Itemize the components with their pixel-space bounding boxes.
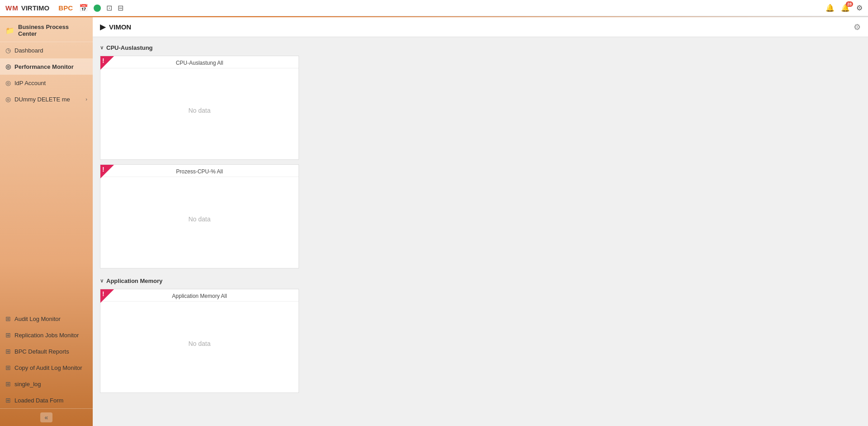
status-dot [94, 5, 101, 12]
grid-icon: ⊞ [5, 348, 11, 355]
page-title: ▶ VIMON [100, 23, 131, 31]
alert-exclaim-icon: ! [102, 291, 104, 297]
content-scroll: ∨ CPU-Auslastung ! CPU-Auslastung All No… [93, 37, 868, 426]
content-header: ▶ VIMON ⚙ [93, 17, 868, 37]
top-icons: 📅 ⊡ ⊟ [79, 4, 123, 12]
grid-icon: ⊞ [5, 380, 11, 388]
chart-card-prozess-cpu-all: ! Prozess-CPU-% All No data [100, 164, 299, 268]
topbar: WMVIRTIMO BPC 📅 ⊡ ⊟ 🔔 🔔 28 ⚙ [0, 0, 868, 16]
settings-icon[interactable]: ⚙ [856, 4, 863, 12]
sidebar-item-performance-monitor[interactable]: ◎ Performance Monitor [0, 58, 93, 75]
sidebar-item-loaded-data-form[interactable]: ⊞ Loaded Data Form [0, 392, 93, 408]
no-data-text: No data [188, 215, 210, 223]
sidebar-item-label: BPC Default Reports [14, 348, 69, 355]
sidebar-item-replication-jobs-monitor[interactable]: ⊞ Replication Jobs Monitor [0, 327, 93, 343]
section-cpu-auslastung: ∨ CPU-Auslastung ! CPU-Auslastung All No… [100, 44, 861, 268]
grid-icon: ⊞ [5, 315, 11, 322]
sidebar-item-audit-log-monitor[interactable]: ⊞ Audit Log Monitor [0, 311, 93, 327]
collapse-button[interactable]: « [40, 412, 53, 422]
sidebar-item-label: DUmmy DELETE me [14, 96, 70, 103]
content-area: ▶ VIMON ⚙ ∨ CPU-Auslastung ! CPU-Auslast… [93, 17, 868, 426]
sidebar-item-idp-account[interactable]: ◎ IdP Account [0, 75, 93, 91]
performance-icon: ◎ [5, 63, 11, 70]
card-body-cpu-all: No data [100, 68, 299, 152]
card-title-prozess-cpu: Prozess-CPU-% All [100, 165, 299, 177]
sidebar-spacer [0, 107, 93, 311]
dummy-icon: ◎ [5, 96, 11, 103]
card-title-app-memory-all: Application Memory All [100, 289, 299, 302]
grid-icon: ⊞ [5, 364, 11, 371]
sidebar-item-bpc-default-reports[interactable]: ⊞ BPC Default Reports [0, 343, 93, 359]
sidebar-header: 📁 Business Process Center [0, 17, 93, 42]
sidebar-header-label: Business Process Center [18, 24, 87, 37]
dashboard-icon: ◷ [5, 47, 11, 54]
logo-wm: WM [5, 4, 19, 12]
sidebar-item-label: IdP Account [14, 80, 46, 86]
chevron-right-icon: › [85, 96, 87, 102]
sidebar: 📁 Business Process Center ◷ Dashboard ◎ … [0, 17, 93, 426]
sidebar-item-copy-audit-log-monitor[interactable]: ⊞ Copy of Audit Log Monitor [0, 359, 93, 376]
bell-icon[interactable]: 🔔 [825, 4, 835, 12]
sidebar-item-dummy-delete[interactable]: ◎ DUmmy DELETE me › [0, 91, 93, 107]
sidebar-item-label: Copy of Audit Log Monitor [14, 364, 82, 371]
section-chevron-icon: ∨ [100, 278, 104, 284]
sidebar-item-label: Loaded Data Form [14, 397, 63, 404]
sidebar-item-label: single_log [14, 381, 41, 388]
grid-icon: ⊞ [5, 331, 11, 339]
section-title-app-memory: Application Memory [106, 278, 162, 284]
sidebar-item-single-log[interactable]: ⊞ single_log [0, 376, 93, 392]
page-title-text: VIMON [109, 23, 131, 31]
alert-exclaim-icon: ! [102, 166, 104, 172]
section-title-cpu: CPU-Auslastung [106, 44, 153, 51]
no-data-text: No data [188, 340, 210, 347]
main-layout: 📁 Business Process Center ◷ Dashboard ◎ … [0, 17, 868, 426]
export2-icon[interactable]: ⊟ [118, 4, 123, 12]
logo: WMVIRTIMO BPC [5, 4, 73, 12]
section-app-memory: ∨ Application Memory ! Application Memor… [100, 278, 861, 393]
logo-virtimo: VIRTIMO [21, 4, 50, 12]
chart-card-app-memory-all: ! Application Memory All No data [100, 289, 299, 393]
chart-card-cpu-all: ! CPU-Auslastung All No data [100, 56, 299, 160]
calendar-icon[interactable]: 📅 [79, 4, 88, 12]
notification-badge[interactable]: 🔔 28 [841, 4, 850, 12]
grid-icon: ⊞ [5, 397, 11, 404]
page-title-chevron: ▶ [100, 23, 105, 31]
sidebar-item-label: Dashboard [14, 47, 43, 54]
sidebar-item-dashboard[interactable]: ◷ Dashboard [0, 42, 93, 58]
section-header-app-memory[interactable]: ∨ Application Memory [100, 278, 861, 284]
folder-icon: 📁 [5, 26, 14, 35]
card-title-cpu-all: CPU-Auslastung All [100, 56, 299, 68]
idp-icon: ◎ [5, 79, 11, 86]
sidebar-item-label: Replication Jobs Monitor [14, 332, 79, 339]
logo-bpc: BPC [58, 4, 73, 12]
right-icons: 🔔 🔔 28 ⚙ [825, 4, 863, 12]
card-body-prozess-cpu: No data [100, 177, 299, 261]
section-header-cpu[interactable]: ∨ CPU-Auslastung [100, 44, 861, 51]
content-settings-icon[interactable]: ⚙ [854, 22, 861, 32]
section-chevron-icon: ∨ [100, 45, 104, 51]
badge-count: 28 [846, 1, 853, 7]
no-data-text: No data [188, 107, 210, 114]
card-body-app-memory-all: No data [100, 302, 299, 385]
sidebar-item-label: Performance Monitor [14, 63, 74, 70]
sidebar-item-label: Audit Log Monitor [14, 316, 61, 322]
sidebar-bottom: « [0, 408, 93, 426]
export1-icon[interactable]: ⊡ [106, 4, 112, 12]
alert-exclaim-icon: ! [102, 57, 104, 64]
